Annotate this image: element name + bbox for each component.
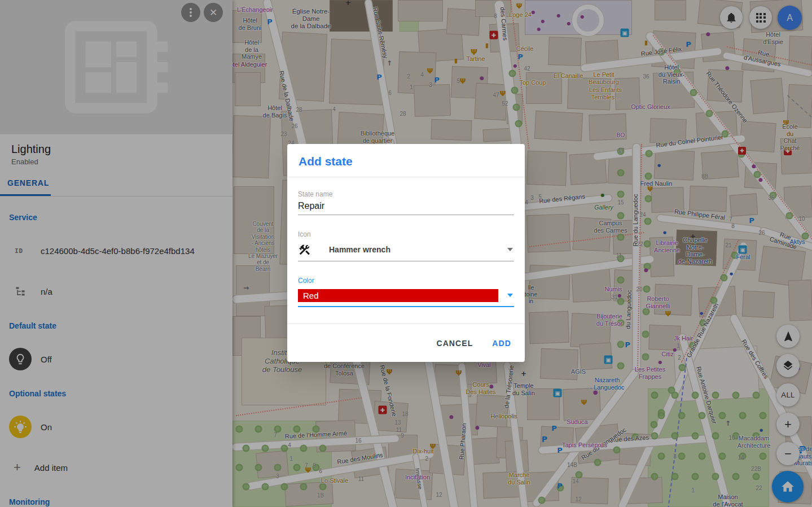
color-select[interactable]: Red bbox=[298, 287, 514, 303]
icon-select-value: Hammer wrench bbox=[329, 245, 390, 254]
add-state-dialog: Add state State name Icon Hammer wrench … bbox=[287, 144, 525, 362]
color-underline bbox=[298, 306, 514, 307]
icon-field-label: Icon bbox=[298, 230, 514, 238]
color-select-value: Red bbox=[298, 289, 498, 302]
cancel-button[interactable]: CANCEL bbox=[436, 339, 473, 348]
color-field: Color Red bbox=[298, 277, 514, 307]
icon-caret-icon bbox=[507, 248, 513, 251]
dialog-title: Add state bbox=[287, 144, 525, 177]
color-field-label: Color bbox=[298, 277, 514, 285]
state-name-underline bbox=[298, 215, 514, 215]
state-name-label: State name bbox=[298, 190, 514, 198]
color-caret-icon bbox=[507, 294, 513, 297]
icon-select[interactable]: Hammer wrench bbox=[298, 242, 514, 257]
icon-underline bbox=[298, 261, 514, 261]
hammer-wrench-icon bbox=[298, 243, 311, 256]
state-name-input[interactable] bbox=[298, 201, 514, 211]
dialog-actions: CANCEL ADD bbox=[287, 324, 525, 362]
add-button[interactable]: ADD bbox=[492, 339, 511, 348]
icon-field: Icon Hammer wrench bbox=[298, 230, 514, 261]
state-name-field: State name bbox=[298, 190, 514, 215]
